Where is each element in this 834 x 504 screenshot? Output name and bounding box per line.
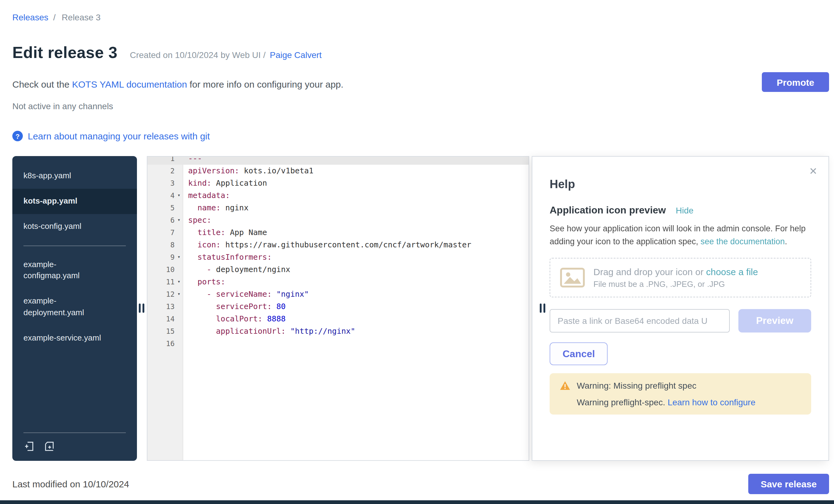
page-title: Edit release 3	[12, 43, 117, 62]
icon-url-row: Preview	[550, 309, 811, 332]
code-line[interactable]: 8 icon: https://raw.githubusercontent.co…	[148, 239, 529, 251]
see-documentation-link[interactable]: see the documentation	[700, 237, 785, 246]
docs-text-after: for more info on configuring your app.	[187, 79, 343, 89]
file-tree-footer	[12, 433, 137, 461]
code-line[interactable]: 11▾ ports:	[148, 276, 529, 288]
title-row: Edit release 3 Created on 10/10/2024 by …	[12, 43, 322, 62]
help-resize-handle[interactable]	[540, 304, 545, 313]
question-circle-icon[interactable]: ?	[12, 131, 23, 141]
created-info: Created on 10/10/2024 by Web UI / Paige …	[130, 50, 322, 60]
help-panel: ✕ Help Application icon preview Hide See…	[532, 156, 829, 461]
code-line[interactable]: 4▾metadata:	[148, 190, 529, 202]
help-description-period: .	[785, 237, 787, 246]
breadcrumb: Releases / Release 3	[12, 12, 101, 22]
code-line[interactable]: 2apiVersion: kots.io/v1beta1	[148, 165, 529, 177]
last-modified-text: Last modified on 10/10/2024	[12, 479, 129, 489]
git-help-row: ? Learn about managing your releases wit…	[12, 131, 210, 141]
close-icon[interactable]: ✕	[809, 165, 817, 177]
file-tree-item[interactable]: kots-config.yaml	[12, 214, 137, 239]
dropzone-hint: File must be a .PNG, .JPEG, or .JPG	[593, 280, 758, 289]
file-tree-item[interactable]: example-configmap.yaml	[12, 252, 137, 289]
code-line[interactable]: 14 localPort: 8888	[148, 313, 529, 325]
code-editor[interactable]: 1---2apiVersion: kots.io/v1beta13kind: A…	[147, 156, 529, 461]
promote-button[interactable]: Promote	[762, 72, 829, 92]
docs-text-before: Check out the	[12, 79, 72, 89]
choose-file-link[interactable]: choose a file	[706, 266, 758, 277]
help-title: Help	[550, 178, 811, 191]
code-line[interactable]: 5 name: nginx	[148, 202, 529, 214]
code-line[interactable]: 9▾ statusInformers:	[148, 251, 529, 263]
configure-preflight-link[interactable]: Learn how to configure	[668, 397, 756, 407]
icon-preview-section: Application icon preview Hide	[550, 205, 811, 216]
icon-preview-title: Application icon preview	[550, 205, 666, 216]
code-line[interactable]: 16	[148, 337, 529, 350]
file-tree-top: k8s-app.yamlkots-app.yamlkots-config.yam…	[12, 163, 137, 239]
dropzone-label: Drag and drop your icon or	[593, 266, 706, 277]
hide-link[interactable]: Hide	[676, 205, 694, 215]
preview-button[interactable]: Preview	[739, 309, 811, 332]
file-tree-item[interactable]: k8s-app.yaml	[12, 163, 137, 189]
new-file-icon[interactable]	[44, 440, 56, 452]
warning-detail-text: Warning preflight-spec.	[577, 397, 668, 407]
file-tree-item[interactable]: kots-app.yaml	[12, 189, 137, 214]
warning-detail: Warning preflight-spec. Learn how to con…	[577, 397, 801, 407]
kots-docs-link[interactable]: KOTS YAML documentation	[72, 79, 187, 89]
file-tree: k8s-app.yamlkots-app.yamlkots-config.yam…	[12, 156, 137, 461]
warning-title: Warning: Missing preflight spec	[577, 380, 697, 391]
warning-icon	[559, 380, 571, 391]
release-workbench: k8s-app.yamlkots-app.yamlkots-config.yam…	[12, 156, 829, 461]
git-help-link[interactable]: Learn about managing your releases with …	[28, 131, 210, 141]
channel-status: Not active in any channels	[12, 101, 113, 111]
file-tree-bottom: example-configmap.yamlexample-deployment…	[12, 252, 137, 351]
save-release-button[interactable]: Save release	[748, 474, 829, 494]
file-tree-item[interactable]: example-deployment.yaml	[12, 289, 137, 325]
breadcrumb-current: Release 3	[62, 12, 101, 22]
icon-dropzone[interactable]: Drag and drop your icon or choose a file…	[550, 258, 811, 297]
file-tree-divider	[23, 245, 126, 246]
help-description: See how your application icon will look …	[550, 222, 811, 248]
cancel-button[interactable]: Cancel	[550, 342, 608, 365]
code-line[interactable]: 3kind: Application	[148, 177, 529, 190]
author-link[interactable]: Paige Calvert	[270, 50, 322, 60]
code-line[interactable]: 6▾spec:	[148, 214, 529, 226]
page: Releases / Release 3 Edit release 3 Crea…	[0, 0, 834, 504]
code-line[interactable]: 13 servicePort: 80	[148, 301, 529, 313]
code-line[interactable]: 10 - deployment/nginx	[148, 263, 529, 276]
code-line[interactable]: 15 applicationUrl: "http://nginx"	[148, 325, 529, 337]
file-tree-resize-handle[interactable]	[139, 304, 144, 313]
image-icon	[560, 268, 585, 287]
warning-box: Warning: Missing preflight spec Warning …	[550, 373, 811, 415]
dropzone-text: Drag and drop your icon or choose a file…	[593, 266, 758, 289]
code-line[interactable]: 12▾ - serviceName: "nginx"	[148, 288, 529, 301]
code-line[interactable]: 7 title: App Name	[148, 226, 529, 239]
breadcrumb-separator: /	[53, 12, 56, 22]
code-line[interactable]: 1---	[148, 156, 529, 165]
file-tree-item[interactable]: example-service.yaml	[12, 326, 137, 351]
upload-file-icon[interactable]	[23, 440, 35, 452]
breadcrumb-releases-link[interactable]: Releases	[12, 12, 48, 22]
docs-line: Check out the KOTS YAML documentation fo…	[12, 79, 343, 89]
bottom-bar	[0, 500, 834, 504]
editor-lines: 1---2apiVersion: kots.io/v1beta13kind: A…	[148, 156, 529, 350]
icon-url-input[interactable]	[550, 309, 730, 332]
created-text: Created on 10/10/2024 by Web UI /	[130, 50, 266, 60]
